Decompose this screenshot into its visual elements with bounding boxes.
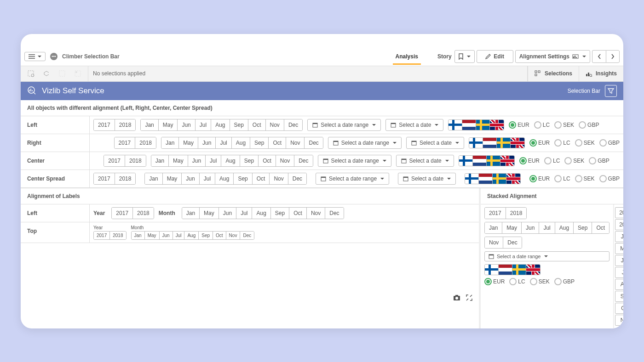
clear-selections-icon[interactable]: [74, 70, 81, 77]
sheet-title: Vizlib Self Service: [42, 86, 104, 96]
insights-button[interactable]: Insights: [579, 66, 623, 81]
camera-icon[interactable]: [453, 294, 460, 301]
month-selector[interactable]: JanMayJunJulAugSepOct: [484, 222, 610, 234]
row-right: Right 20172018 JanMayJunJulAugSepOctNovD…: [21, 134, 623, 152]
radio-gbp[interactable]: GBP: [579, 121, 599, 129]
row-center: Center 20172018 JanMayJunJulAugSepOctNov…: [21, 152, 623, 170]
svg-rect-12: [586, 74, 587, 76]
flag-selector[interactable]: [465, 173, 521, 184]
flag-selector[interactable]: [448, 119, 504, 130]
select-date-dropdown[interactable]: Select a date: [406, 137, 464, 149]
svg-point-8: [75, 71, 77, 73]
hamburger-menu-button[interactable]: [24, 52, 46, 61]
expand-icon[interactable]: [466, 294, 472, 301]
row-label-left: Left: [21, 116, 90, 134]
app-icon: •••: [50, 53, 58, 60]
year-selector[interactable]: 20172018: [104, 155, 146, 167]
selection-bar-label: Selection Bar: [568, 88, 600, 94]
year-selector[interactable]: 20172018: [111, 207, 154, 219]
svg-rect-17: [313, 123, 317, 124]
svg-rect-25: [323, 159, 328, 160]
radio-sek[interactable]: SEK: [554, 121, 574, 129]
select-date-dropdown[interactable]: Select a date: [396, 155, 454, 167]
alignment-settings-label: Alignment Settings: [519, 53, 569, 60]
row-label-right: Right: [21, 134, 90, 152]
month-selector[interactable]: JanMayJunJulAugSepOctNovDec: [144, 173, 307, 185]
currency-radio-group: EUR LC SEK GBP: [529, 139, 620, 147]
year-label: Year: [93, 210, 105, 216]
filter-icon[interactable]: [605, 85, 617, 97]
svg-point-15: [28, 87, 34, 93]
month-selector[interactable]: JanMayJunJulAugSepOctNovDec: [151, 155, 313, 167]
year-label: Year: [93, 225, 126, 230]
sheet-header: Vizlib Self Service Selection Bar: [21, 82, 623, 100]
svg-rect-9: [535, 71, 537, 73]
month-selector[interactable]: JanMayJunJulAugSepOctNovDec: [161, 137, 323, 149]
selections-tool-button[interactable]: Selections: [528, 66, 579, 81]
next-sheet-button[interactable]: [606, 50, 620, 63]
row-labels-left: Left Year 20172018 Month JanMayJunJulAug…: [21, 204, 479, 222]
flag-uk: [490, 120, 504, 130]
alignment-settings-button[interactable]: Alignment Settings: [515, 50, 590, 63]
date-range-dropdown[interactable]: Select a date range: [484, 251, 610, 261]
select-date-dropdown[interactable]: Select a date: [385, 119, 443, 131]
month-selector[interactable]: JanMayJunJulAugSepOctNovDec: [131, 231, 255, 240]
no-selections-text: No selections applied: [88, 66, 527, 81]
bookmark-button[interactable]: [454, 50, 475, 63]
top-toolbar: ••• Climber Selection Bar Analysis Story…: [21, 48, 623, 66]
edit-label: Edit: [494, 53, 504, 60]
edit-button[interactable]: Edit: [477, 50, 513, 63]
year-selector[interactable]: 20172018: [114, 137, 156, 149]
radio-eur[interactable]: EUR: [509, 121, 529, 129]
app-window: ••• Climber Selection Bar Analysis Story…: [21, 34, 623, 328]
svg-rect-4: [28, 71, 34, 76]
row-labels-top: Top Year 20172018 Month JanMayJunJulAugS…: [21, 222, 479, 243]
selections-label: Selections: [545, 70, 572, 77]
tab-story[interactable]: Story: [435, 49, 454, 65]
alignment-labels-title: Alignment of Labels: [21, 188, 479, 204]
svg-rect-34: [455, 295, 458, 296]
flag-sweden: [476, 120, 490, 130]
tab-analysis[interactable]: Analysis: [393, 49, 421, 65]
year-selector[interactable]: 20172018: [93, 119, 136, 131]
svg-rect-6: [59, 71, 65, 76]
month-selector[interactable]: JanMayJunJulAugSepOctNovDec: [140, 119, 303, 131]
svg-rect-10: [538, 71, 540, 73]
month-selector[interactable]: JanMayJunJulAugSepOctNovDec: [182, 207, 344, 219]
smart-search-icon[interactable]: [58, 70, 66, 77]
date-range-dropdown[interactable]: Select a date range: [328, 137, 402, 149]
flag-netherlands: [462, 120, 476, 130]
stacked-alignment-title: Stacked Alignment: [481, 188, 623, 204]
prev-sheet-button[interactable]: [592, 50, 606, 63]
svg-rect-2: [575, 56, 575, 58]
selection-back-icon[interactable]: [27, 70, 34, 77]
date-range-dropdown[interactable]: Select a date range: [307, 119, 381, 131]
app-title: Climber Selection Bar: [62, 53, 120, 60]
flag-selector[interactable]: [469, 137, 525, 148]
radio-lc[interactable]: LC: [534, 121, 550, 129]
year-selector[interactable]: 20172018: [93, 231, 126, 240]
vertical-list: 2017 2018 Jan May Jun Jul Aug Sep Oct No…: [614, 204, 623, 328]
svg-rect-27: [402, 159, 406, 160]
currency-radio-group: EUR LC SEK GBP: [484, 278, 610, 285]
flag-finland: [448, 120, 462, 130]
flag-selector[interactable]: [459, 155, 515, 166]
svg-point-33: [455, 297, 458, 300]
svg-rect-13: [588, 73, 589, 76]
date-range-dropdown[interactable]: Select a date range: [316, 173, 389, 185]
selection-forward-icon[interactable]: [43, 70, 50, 77]
flag-selector[interactable]: [484, 264, 540, 275]
row-label-center-spread: Center Spread: [21, 170, 90, 187]
year-selector[interactable]: 20172018: [484, 207, 527, 219]
row-center-spread: Center Spread 20172018 JanMayJunJulAugSe…: [21, 170, 623, 188]
svg-rect-3: [576, 57, 577, 58]
date-range-dropdown[interactable]: Select a date range: [318, 155, 391, 167]
select-date-dropdown[interactable]: Select a date: [398, 173, 456, 185]
month-selector-overflow[interactable]: NovDec: [484, 237, 522, 249]
month-label: Month: [159, 210, 175, 216]
svg-point-14: [589, 74, 592, 77]
row-left: Left 20172018 JanMayJunJulAugSepOctNovDe…: [21, 116, 623, 134]
insights-label: Insights: [596, 70, 617, 77]
year-selector[interactable]: 20172018: [93, 173, 136, 185]
svg-rect-31: [403, 177, 408, 178]
